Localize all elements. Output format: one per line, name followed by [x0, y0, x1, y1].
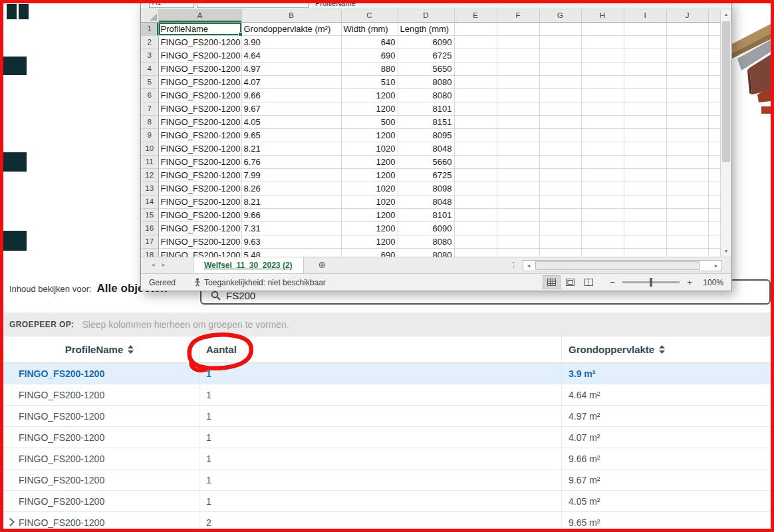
excel-cell[interactable]: Length (mm)	[398, 23, 454, 36]
excel-cell[interactable]	[454, 76, 497, 89]
excel-cell[interactable]	[666, 169, 708, 182]
excel-cell[interactable]: 8080	[398, 76, 454, 89]
excel-cell[interactable]	[539, 169, 581, 182]
page-break-preview-button[interactable]	[580, 276, 597, 289]
excel-cell[interactable]	[454, 169, 497, 182]
excel-cell[interactable]	[624, 23, 666, 36]
excel-cell[interactable]	[539, 182, 581, 196]
excel-cell[interactable]	[581, 169, 624, 182]
excel-column-header-J[interactable]: J	[666, 9, 708, 23]
excel-column-header-G[interactable]: G	[539, 9, 581, 23]
excel-cell[interactable]: 8080	[398, 89, 454, 102]
excel-cell[interactable]	[581, 116, 624, 129]
excel-cell[interactable]	[624, 49, 666, 63]
excel-cell[interactable]	[624, 116, 666, 129]
excel-cell[interactable]	[539, 196, 581, 209]
excel-cell[interactable]: 1200	[341, 169, 398, 182]
excel-cell[interactable]	[581, 23, 624, 36]
excel-cell[interactable]	[624, 156, 666, 169]
excel-cell[interactable]: FINGO_FS200-1200	[158, 102, 241, 116]
next-sheet-button[interactable]: ►	[158, 257, 169, 273]
excel-cell[interactable]	[581, 89, 624, 102]
excel-cell[interactable]: 8101	[398, 102, 454, 116]
excel-cell[interactable]	[666, 222, 708, 235]
excel-cell[interactable]	[454, 209, 497, 222]
zoom-slider[interactable]	[622, 281, 680, 283]
excel-cell[interactable]	[539, 129, 581, 142]
excel-cell[interactable]	[497, 156, 539, 169]
excel-column-header-H[interactable]: H	[581, 9, 624, 23]
excel-cell[interactable]: FINGO_FS200-1200	[158, 196, 241, 209]
excel-cell[interactable]: FINGO_FS200-1200	[158, 89, 241, 102]
excel-cell[interactable]	[581, 156, 624, 169]
excel-cell[interactable]: 4.97	[241, 63, 341, 76]
excel-cell[interactable]	[454, 102, 497, 116]
excel-cell[interactable]	[497, 102, 539, 116]
excel-cell[interactable]	[624, 36, 666, 49]
excel-cell[interactable]	[666, 156, 708, 169]
excel-cell[interactable]	[666, 129, 708, 142]
excel-cell[interactable]: 6.76	[241, 156, 341, 169]
excel-cell[interactable]	[666, 196, 708, 209]
left-toolbar-icon[interactable]	[19, 4, 29, 19]
excel-cell[interactable]	[497, 49, 539, 63]
excel-cell[interactable]	[666, 142, 708, 156]
excel-cell[interactable]: 880	[341, 63, 398, 76]
left-toolbar-icon[interactable]	[3, 57, 27, 75]
excel-cell[interactable]: FINGO_FS200-1200	[158, 156, 241, 169]
excel-cell[interactable]: 8151	[398, 116, 454, 129]
left-toolbar-icon[interactable]	[7, 4, 17, 19]
excel-cell[interactable]: 8080	[398, 249, 454, 257]
excel-cell[interactable]: 1200	[341, 235, 398, 249]
excel-cell[interactable]: 8048	[398, 142, 454, 156]
tab-overflow-dots[interactable]: ⋮	[510, 257, 517, 273]
left-toolbar-icon[interactable]	[3, 231, 27, 251]
excel-cell[interactable]: FINGO_FS200-1200	[158, 222, 241, 235]
excel-cell[interactable]: 1200	[341, 222, 398, 235]
result-row[interactable]: FINGO_FS200-120014.07 m²	[0, 427, 774, 448]
excel-cell[interactable]: 3.90	[241, 36, 341, 49]
excel-cell[interactable]	[539, 89, 581, 102]
excel-cell[interactable]: 1200	[341, 129, 398, 142]
excel-cell[interactable]	[497, 76, 539, 89]
excel-cell[interactable]	[581, 182, 624, 196]
excel-cell[interactable]	[539, 156, 581, 169]
excel-row-number[interactable]: 17	[141, 235, 158, 249]
excel-cell[interactable]: 1020	[341, 142, 398, 156]
excel-cell[interactable]: 8.21	[241, 142, 341, 156]
excel-cell[interactable]	[581, 235, 624, 249]
excel-cell[interactable]	[497, 249, 539, 257]
excel-cell[interactable]	[454, 196, 497, 209]
excel-column-header-C[interactable]: C	[341, 9, 398, 23]
excel-cell[interactable]	[666, 49, 708, 63]
excel-cell[interactable]	[539, 23, 581, 36]
excel-cell[interactable]	[454, 49, 497, 63]
excel-row-number[interactable]: 8	[141, 116, 158, 129]
excel-cell[interactable]	[497, 129, 539, 142]
excel-cell[interactable]: 5660	[398, 156, 454, 169]
zoom-slider-thumb[interactable]	[650, 278, 652, 287]
excel-cell[interactable]: FINGO_FS200-1200	[158, 49, 241, 63]
excel-cell[interactable]: FINGO_FS200-1200	[158, 169, 241, 182]
excel-cell[interactable]	[539, 36, 581, 49]
excel-cell[interactable]	[581, 49, 624, 63]
excel-cell[interactable]	[624, 63, 666, 76]
excel-row-number[interactable]: 13	[141, 182, 158, 196]
excel-cell[interactable]: 640	[341, 36, 398, 49]
excel-cell[interactable]	[497, 142, 539, 156]
excel-cell[interactable]: 9.63	[241, 235, 341, 249]
excel-cell[interactable]: 500	[341, 116, 398, 129]
excel-cell[interactable]	[497, 89, 539, 102]
excel-cell[interactable]: 8.26	[241, 182, 341, 196]
excel-cell[interactable]	[539, 235, 581, 249]
excel-cell[interactable]	[666, 249, 708, 257]
excel-cell[interactable]	[539, 63, 581, 76]
excel-cell[interactable]	[454, 182, 497, 196]
excel-cell[interactable]: 5650	[398, 63, 454, 76]
excel-cell[interactable]: 4.07	[241, 76, 341, 89]
excel-cell[interactable]	[624, 76, 666, 89]
zoom-level-value[interactable]: 100%	[694, 278, 723, 287]
excel-cell[interactable]	[624, 142, 666, 156]
excel-row-number[interactable]: 14	[141, 196, 158, 209]
excel-cell[interactable]	[581, 196, 624, 209]
